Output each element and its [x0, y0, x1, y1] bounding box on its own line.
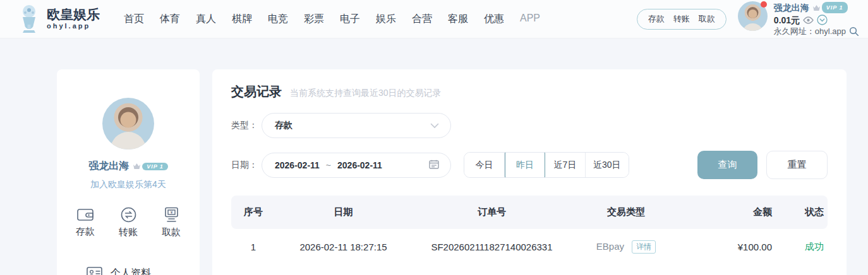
- logo-domain: ohyl.app: [47, 23, 100, 30]
- vip-level-label: VIP 1: [822, 2, 848, 13]
- svg-text:¥: ¥: [170, 210, 172, 214]
- date-filter-label: 日期：: [231, 160, 262, 171]
- notification-dot: [761, 1, 767, 8]
- col-index: 序号: [231, 206, 275, 218]
- nav-item-slots[interactable]: 电子: [340, 13, 360, 26]
- detail-button[interactable]: 详情: [632, 240, 656, 254]
- transfer-icon: [121, 207, 136, 223]
- page-body: 强龙出海 VIP 1 加入欧皇娱乐第4天 存款 转账: [0, 38, 868, 275]
- crown-small-icon: [812, 4, 821, 11]
- withdraw-icon: ¥: [164, 207, 179, 223]
- sidebar-item-label: 个人资料: [111, 267, 151, 275]
- username[interactable]: 强龙出海: [774, 3, 809, 13]
- trophy-logo-icon: [16, 4, 42, 33]
- logo-title: 欧皇娱乐: [47, 8, 100, 21]
- range-30days-button[interactable]: 近30日: [586, 153, 629, 177]
- calendar-icon: [429, 160, 439, 171]
- reset-button[interactable]: 重置: [766, 151, 828, 179]
- sidebar-withdraw-button[interactable]: ¥ 取款: [162, 207, 181, 238]
- nav-item-app[interactable]: APP: [520, 13, 540, 26]
- refresh-balance-icon[interactable]: [817, 15, 828, 25]
- cell-date: 2026-02-11 18:27:15: [275, 242, 411, 252]
- quick-action-label: 转账: [119, 226, 138, 238]
- status-badge: 成功: [775, 241, 828, 253]
- cell-order-no: SF202602111827140026331: [411, 242, 572, 252]
- nav-item-live[interactable]: 真人: [196, 13, 216, 26]
- search-button[interactable]: 查询: [697, 151, 757, 179]
- table-row: 1 2026-02-11 18:27:15 SF2026021118271400…: [231, 229, 828, 264]
- date-from-value: 2026-02-11: [275, 160, 320, 170]
- wallet-actions-group: 存款 转账 取款: [637, 9, 726, 30]
- type-select[interactable]: 存款: [262, 113, 451, 138]
- sidebar-quick-actions: 存款 转账 ¥ 取款: [57, 207, 200, 238]
- range-7days-button[interactable]: 近7日: [545, 153, 586, 177]
- sidebar-username: 强龙出海: [88, 160, 129, 173]
- sidebar-vip-badge: VIP 1: [133, 163, 168, 170]
- col-type: 交易类型: [572, 206, 680, 218]
- date-to-value: 2026-02-11: [337, 160, 382, 170]
- chevron-down-icon: [430, 120, 439, 131]
- quick-action-label: 取款: [162, 226, 181, 238]
- search-icon[interactable]: [849, 26, 859, 37]
- withdraw-link[interactable]: 取款: [699, 13, 715, 25]
- nav-item-entertainment[interactable]: 娱乐: [376, 13, 396, 26]
- payment-type-label: EBpay: [596, 241, 624, 252]
- date-separator: ~: [326, 160, 331, 170]
- profile-avatar: [102, 98, 154, 149]
- cell-index: 1: [231, 242, 275, 252]
- crown-small-icon: [133, 163, 141, 170]
- balance-amount: 0.01元: [774, 15, 800, 25]
- join-days-text: 加入欧皇娱乐第4天: [57, 179, 200, 190]
- type-select-value: 存款: [275, 120, 292, 131]
- transfer-link[interactable]: 转账: [673, 13, 690, 25]
- col-amount: 金额: [680, 206, 775, 218]
- page-subtitle: 当前系统支持查询最近30日的交易记录: [290, 88, 442, 99]
- sidebar-transfer-button[interactable]: 转账: [119, 207, 138, 238]
- nav-item-esports[interactable]: 电竞: [268, 13, 288, 26]
- vip-badge: VIP 1: [812, 2, 848, 13]
- date-range-input[interactable]: 2026-02-11 ~ 2026-02-11: [262, 153, 451, 178]
- col-order-no: 订单号: [411, 206, 572, 218]
- sidebar-deposit-button[interactable]: 存款: [76, 207, 95, 238]
- nav-item-lottery[interactable]: 彩票: [304, 13, 324, 26]
- top-header: 欧皇娱乐 ohyl.app 首页 体育 真人 棋牌 电竞 彩票 电子 娱乐 合营…: [0, 0, 868, 38]
- sidebar-item-profile[interactable]: 个人资料: [57, 257, 200, 275]
- sidebar-vip-label: VIP 1: [142, 163, 168, 170]
- table-header: 序号 日期 订单号 交易类型 金额 状态: [231, 196, 828, 229]
- site-logo[interactable]: 欧皇娱乐 ohyl.app: [16, 4, 100, 33]
- sidebar-menu: 个人资料 VIP特权: [57, 257, 200, 275]
- eye-icon[interactable]: [803, 16, 814, 24]
- nav-item-cards[interactable]: 棋牌: [232, 13, 252, 26]
- page-title: 交易记录: [231, 83, 282, 100]
- nav-item-promos[interactable]: 优惠: [484, 13, 504, 26]
- range-today-button[interactable]: 今日: [464, 153, 505, 177]
- cell-type: EBpay 详情: [572, 240, 680, 254]
- range-yesterday-button[interactable]: 昨日: [505, 152, 545, 178]
- id-card-icon: [87, 267, 102, 275]
- deposit-link[interactable]: 存款: [648, 13, 665, 25]
- col-status: 状态: [775, 206, 828, 218]
- cell-amount: ¥100.00: [680, 242, 775, 252]
- transaction-records-panel: 交易记录 当前系统支持查询最近30日的交易记录 类型： 存款 日期： 2026-…: [212, 69, 847, 275]
- nav-item-support[interactable]: 客服: [448, 13, 468, 26]
- col-date: 日期: [275, 206, 411, 218]
- transactions-table: 序号 日期 订单号 交易类型 金额 状态 1 2026-02-11 18:27:…: [231, 196, 828, 264]
- nav-item-home[interactable]: 首页: [124, 13, 144, 26]
- profile-sidebar: 强龙出海 VIP 1 加入欧皇娱乐第4天 存款 转账: [57, 69, 200, 275]
- user-block: 强龙出海 VIP 1 0.01元 永久网址：ohyl.app: [738, 1, 859, 37]
- wallet-icon: [77, 207, 93, 222]
- nav-item-partner[interactable]: 合营: [412, 13, 432, 26]
- quick-action-label: 存款: [76, 226, 95, 238]
- nav-item-sports[interactable]: 体育: [160, 13, 180, 26]
- permanent-url-label: 永久网址：ohyl.app: [774, 26, 846, 37]
- type-filter-label: 类型：: [231, 120, 262, 131]
- main-nav: 首页 体育 真人 棋牌 电竞 彩票 电子 娱乐 合营 客服 优惠 APP: [124, 13, 540, 26]
- quick-range-group: 今日 昨日 近7日 近30日: [464, 152, 629, 178]
